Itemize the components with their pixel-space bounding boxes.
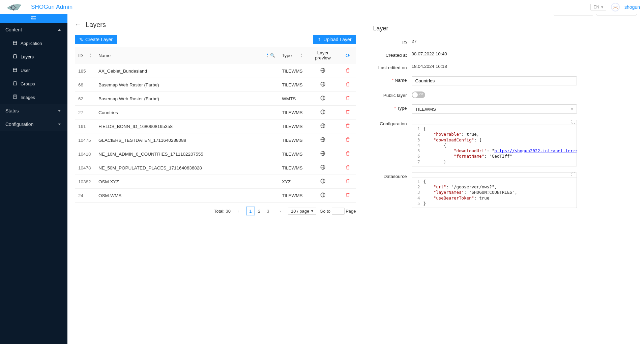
field-name-label: *Name — [373, 76, 407, 83]
chevron-up-icon — [58, 29, 61, 31]
delete-button[interactable] — [340, 92, 356, 106]
sort-icon[interactable]: ▲▼ — [300, 53, 303, 58]
sort-icon[interactable]: ▲▼ — [89, 53, 92, 58]
cell-name: AX_Gebiet_Bundesland — [95, 64, 279, 78]
datasource-editor[interactable]: ⛶ 1{2 "url": "/geoserver/ows?",3 "layerN… — [412, 173, 577, 208]
table-row[interactable]: 10478NE_50M_POPULATED_PLACES_17116406368… — [75, 161, 356, 175]
create-layer-button[interactable]: ✎ Create Layer — [75, 35, 117, 44]
type-select[interactable]: TILEWMS ▾ — [412, 104, 577, 114]
col-type[interactable]: Type ▲▼ — [279, 47, 306, 64]
page-2-button[interactable]: 2 — [255, 207, 264, 215]
pagination: Total: 30 ‹ 123 › 10 / page ▾ Go to Page — [75, 207, 356, 215]
page-title: Layers — [86, 21, 106, 29]
cell-preview[interactable] — [306, 64, 340, 78]
globe-icon — [320, 152, 326, 157]
table-row[interactable]: 10418NE_10M_ADMIN_0_COUNTRIES_1711102207… — [75, 147, 356, 161]
refresh-icon[interactable]: ⟳ — [346, 53, 350, 58]
col-actions: ⟳ — [340, 47, 356, 64]
search-icon[interactable]: 🔍 — [270, 53, 275, 58]
reset-layer-button[interactable]: ↺ Reset Layer — [596, 14, 637, 16]
field-created-value: 08.07.2022 10:40 — [412, 51, 637, 56]
menu-item-icon — [13, 41, 17, 46]
cell-preview[interactable] — [306, 161, 340, 175]
upload-layer-button[interactable]: ⤒ Upload Layer — [313, 35, 356, 44]
cell-id: 185 — [75, 64, 95, 78]
cell-type: TILEWMS — [279, 147, 306, 161]
language-select[interactable]: EN ▾ — [590, 4, 606, 10]
avatar[interactable]: terrestris — [611, 3, 620, 11]
code-line: 6 "formatName": "GeoTIff" — [412, 154, 577, 159]
user-name[interactable]: shogun — [624, 4, 640, 10]
table-row[interactable]: 10475GLACIERS_TESTDATEN_1711640238088TIL… — [75, 133, 356, 147]
cell-id: 10418 — [75, 147, 95, 161]
prev-page-button[interactable]: ‹ — [234, 207, 243, 215]
table-row[interactable]: 10382OSM XYZXYZ — [75, 175, 356, 189]
delete-button[interactable] — [340, 175, 356, 189]
menu-group-status[interactable]: Status — [0, 104, 67, 117]
delete-button[interactable] — [340, 161, 356, 175]
cell-type: TILEWMS — [279, 106, 306, 120]
cell-preview[interactable] — [306, 175, 340, 189]
table-row[interactable]: 27CountriesTILEWMS — [75, 106, 356, 120]
cell-preview[interactable] — [306, 92, 340, 106]
name-input[interactable] — [412, 76, 577, 85]
menu-item-icon — [13, 54, 17, 59]
table-row[interactable]: 68Basemap Web Raster (Farbe)TILEWMS — [75, 78, 356, 92]
page-3-button[interactable]: 3 — [264, 207, 272, 215]
menu-item-images[interactable]: Images — [0, 90, 67, 104]
config-editor[interactable]: ⛶ 1{2 "hoverable": true,3 "downloadConfi… — [412, 120, 577, 166]
next-page-button[interactable]: › — [276, 207, 285, 215]
cell-preview[interactable] — [306, 120, 340, 133]
delete-button[interactable] — [340, 64, 356, 78]
sort-icon[interactable]: ▲▼ — [266, 53, 269, 58]
sidebar-collapse-button[interactable] — [0, 14, 67, 23]
globe-icon — [320, 83, 326, 88]
cell-preview[interactable] — [306, 147, 340, 161]
chevron-down-icon — [58, 110, 61, 112]
delete-button[interactable] — [340, 106, 356, 120]
public-toggle[interactable]: Off — [412, 91, 425, 98]
cell-preview[interactable] — [306, 78, 340, 92]
delete-button[interactable] — [340, 78, 356, 92]
menu-group-label: Content — [5, 27, 22, 32]
cell-name: OSM-WMS — [95, 189, 279, 203]
delete-button[interactable] — [340, 120, 356, 133]
menu-item-groups[interactable]: Groups — [0, 77, 67, 90]
delete-button[interactable] — [340, 189, 356, 203]
upload-label: Upload Layer — [323, 37, 351, 42]
cell-name: Countries — [95, 106, 279, 120]
page-suffix: Page — [346, 209, 356, 214]
delete-button[interactable] — [340, 133, 356, 147]
code-line: 5} — [412, 201, 577, 206]
page-size-select[interactable]: 10 / page ▾ — [288, 208, 316, 215]
delete-button[interactable] — [340, 147, 356, 161]
cell-name: Basemap Web Raster (Farbe) — [95, 92, 279, 106]
cell-type: TILEWMS — [279, 189, 306, 203]
save-layer-button[interactable]: 🖫 Save Layer — [554, 14, 593, 16]
table-row[interactable]: 24OSM-WMSTILEWMS — [75, 189, 356, 203]
menu-group-configuration[interactable]: Configuration — [0, 117, 67, 131]
col-id[interactable]: ID ▲▼ — [75, 47, 95, 64]
col-name[interactable]: Name ▲▼ 🔍 — [95, 47, 279, 64]
fullscreen-icon[interactable]: ⛶ — [571, 120, 575, 124]
goto-input[interactable] — [332, 208, 345, 215]
cell-preview[interactable] — [306, 133, 340, 147]
field-datasource-label: Datasource — [373, 173, 407, 179]
col-type-label: Type — [282, 53, 292, 58]
page-1-button[interactable]: 1 — [246, 207, 255, 215]
code-line: 4 { — [412, 143, 577, 148]
fullscreen-icon[interactable]: ⛶ — [571, 172, 575, 177]
table-row[interactable]: 161FIELDS_BONN_ID_1680608195358TILEWMS — [75, 120, 356, 133]
field-edited-value: 18.04.2024 16:18 — [412, 64, 637, 69]
table-row[interactable]: 185AX_Gebiet_BundeslandTILEWMS — [75, 64, 356, 78]
col-preview-label: Layer preview — [315, 50, 331, 60]
menu-item-layers[interactable]: Layers — [0, 50, 67, 63]
menu-group-content[interactable]: Content — [0, 23, 67, 36]
trash-icon — [345, 166, 350, 171]
menu-item-user[interactable]: User — [0, 63, 67, 77]
back-arrow-icon[interactable]: ← — [75, 21, 81, 28]
menu-item-application[interactable]: Application — [0, 36, 67, 50]
cell-preview[interactable] — [306, 189, 340, 203]
cell-preview[interactable] — [306, 106, 340, 120]
table-row[interactable]: 62Basemap Web Raster (Farbe)WMTS — [75, 92, 356, 106]
